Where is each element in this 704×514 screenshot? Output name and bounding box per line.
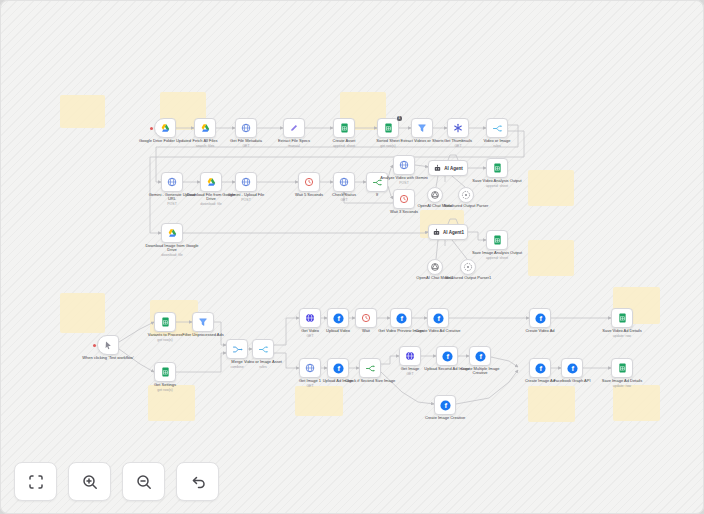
- node-video_or_image[interactable]: Video or Imagerules: [486, 118, 508, 138]
- node-sublabel: rules: [236, 365, 290, 369]
- node-label: Save Video Ad Details: [595, 329, 649, 334]
- node-create_video_ad_creative[interactable]: fCreate Video Ad Creative: [427, 308, 449, 328]
- node-download_image[interactable]: Download Image from Google Drivedownload…: [161, 223, 183, 243]
- node-check_status[interactable]: Check StatusGET: [333, 172, 355, 192]
- node-structured_output_parser_1[interactable]: Structured Output Parser1: [460, 259, 476, 275]
- facebook-icon: f: [333, 313, 344, 324]
- zoom-in-button[interactable]: [68, 462, 111, 501]
- edge: [468, 232, 486, 240]
- node-sublabel: update: row: [595, 334, 649, 338]
- node-sublabel: update: row: [595, 384, 649, 388]
- svg-text:f: f: [337, 364, 340, 373]
- edit-icon: [289, 123, 299, 133]
- node-ai_agent[interactable]: AI Agent: [428, 160, 468, 176]
- node-create_multiple_image_creative[interactable]: fCreate Multiple Image Creative: [469, 346, 491, 366]
- asterisk-icon: [453, 123, 463, 133]
- node-save_video_ad[interactable]: Save Video Ad Detailsupdate: row: [611, 308, 633, 328]
- sheets-icon: [618, 363, 627, 373]
- undo-button[interactable]: [176, 462, 219, 501]
- edge: [119, 349, 154, 372]
- node-save_image_ad[interactable]: Save Image Ad Detailsupdate: row: [611, 358, 633, 378]
- facebook-icon: f: [535, 313, 546, 324]
- google-drive-icon: [160, 123, 170, 133]
- node-create_image_creative[interactable]: fCreate Image Creative: [434, 395, 456, 415]
- zoom-in-icon: [81, 473, 99, 491]
- svg-text:f: f: [437, 314, 440, 323]
- node-gemini_upload_file[interactable]: Gemini - Upload FilePOST: [235, 172, 257, 192]
- sheets-icon: [161, 317, 170, 327]
- sticky-note[interactable]: [60, 293, 105, 333]
- node-label: Check if Second Size Image: [343, 379, 397, 384]
- node-sorted_sheet[interactable]: Sorted Sheetget row(s)1: [377, 118, 399, 138]
- node-create_video_ad[interactable]: fCreate Video Ad: [529, 308, 551, 328]
- node-get_settings[interactable]: Get Settingsget row(s): [154, 362, 176, 382]
- parser-icon: [463, 262, 473, 272]
- sticky-note[interactable]: [60, 95, 105, 128]
- node-facebook_graph_api[interactable]: fFacebook Graph API: [561, 358, 583, 378]
- node-analyze_video[interactable]: Analyze Video with GeminiPOST: [393, 155, 415, 175]
- node-openai_chat_model[interactable]: OpenAI Chat Model: [427, 187, 443, 203]
- node-create_asset[interactable]: Create Assetappend: sheet: [333, 118, 355, 138]
- node-upload_video[interactable]: fUpload Video: [327, 308, 349, 328]
- wait-icon: [304, 177, 314, 187]
- node-label: Facebook Graph API: [545, 379, 599, 384]
- google-drive-icon: [200, 123, 210, 133]
- http-icon: [241, 123, 251, 133]
- items-count-badge: 1: [397, 116, 401, 121]
- node-video_or_image_asset[interactable]: Video or Image Assetrules: [252, 339, 274, 359]
- node-download_file[interactable]: Download File from Google Drivedownload:…: [200, 172, 222, 192]
- workflow-canvas[interactable]: Google Drive Folder UpdatedFetch All Fil…: [0, 0, 704, 514]
- node-sublabel: append: sheet: [470, 184, 524, 188]
- node-get_image[interactable]: Get ImageGET: [399, 346, 421, 366]
- svg-text:f: f: [479, 352, 482, 361]
- node-structured_output_parser[interactable]: Structured Output Parser: [458, 187, 474, 203]
- node-label: Create Video Ad Creative: [411, 329, 465, 334]
- node-filter_unprocessed[interactable]: Filter Unprocessed Ads: [192, 312, 214, 332]
- node-wait_node[interactable]: Wait: [355, 308, 377, 328]
- svg-text:f: f: [539, 364, 542, 373]
- zoom-out-button[interactable]: [122, 462, 165, 501]
- sticky-note[interactable]: [528, 386, 575, 422]
- sticky-note[interactable]: [528, 170, 574, 206]
- node-get_image_1[interactable]: Get Image 1GET: [299, 358, 321, 378]
- node-create_image_ad[interactable]: fCreate Image Ad: [529, 358, 551, 378]
- node-openai_chat_model_1[interactable]: OpenAI Chat Model1: [427, 259, 443, 275]
- node-get_video_preview[interactable]: fGet Video Preview Image: [390, 308, 412, 328]
- node-wait_5s[interactable]: Wait 5 Seconds: [298, 172, 320, 192]
- node-gemini_upload_url[interactable]: Gemini - Generate Upload URLPOST: [161, 172, 183, 192]
- node-merge[interactable]: Mergecombine: [226, 339, 248, 359]
- node-variants_to_process[interactable]: Variants to Processget row(s): [154, 312, 176, 332]
- http-icon: [305, 363, 315, 373]
- node-get_file_metadata[interactable]: Get File MetadataGET: [235, 118, 257, 138]
- edge: [436, 240, 438, 259]
- facebook-icon: f: [440, 400, 451, 411]
- node-ai_agent_1[interactable]: AI Agent1: [428, 224, 468, 240]
- sheets-icon: [384, 123, 393, 133]
- node-save_video_analysis[interactable]: Save Video Analysis Outputappend: sheet: [486, 158, 508, 178]
- node-get_thumbnails[interactable]: Get ThumbnailsGET: [447, 118, 469, 138]
- node-sublabel: get row(s): [361, 144, 415, 148]
- sticky-note[interactable]: [295, 386, 343, 416]
- sticky-note[interactable]: [613, 385, 660, 421]
- node-label: Analyze Video with Gemini: [377, 176, 431, 181]
- sticky-note[interactable]: [528, 240, 574, 276]
- error-indicator: [93, 344, 96, 347]
- node-save_image_analysis[interactable]: Save Image Analysis Outputappend: sheet: [486, 230, 508, 250]
- node-fetch_all_files[interactable]: Fetch All Filessearch: files: [194, 118, 216, 138]
- node-sublabel: append: sheet: [470, 256, 524, 260]
- fit-view-button[interactable]: [14, 462, 57, 501]
- node-upload_second_ad_image[interactable]: fUpload Second Ad Image: [436, 346, 458, 366]
- node-upload_ad_image[interactable]: fUpload Ad Image: [327, 358, 349, 378]
- node-sublabel: POST: [219, 198, 273, 202]
- node-gd_trigger[interactable]: Google Drive Folder Updated: [154, 118, 176, 138]
- node-get_video[interactable]: Get VideoGET: [299, 308, 321, 328]
- globe-icon: [405, 351, 415, 361]
- edge: [452, 176, 465, 187]
- node-extract_file_specs[interactable]: Extract File Specsmanual: [283, 118, 305, 138]
- facebook-icon: f: [333, 363, 344, 374]
- if-icon: [365, 363, 376, 374]
- node-manual_trigger[interactable]: When clicking 'Test workflow': [97, 335, 119, 355]
- node-check_second_image[interactable]: Check if Second Size Image: [359, 358, 381, 378]
- facebook-icon: f: [433, 313, 444, 324]
- node-extract_videos[interactable]: Extract Videos or Shorts: [411, 118, 433, 138]
